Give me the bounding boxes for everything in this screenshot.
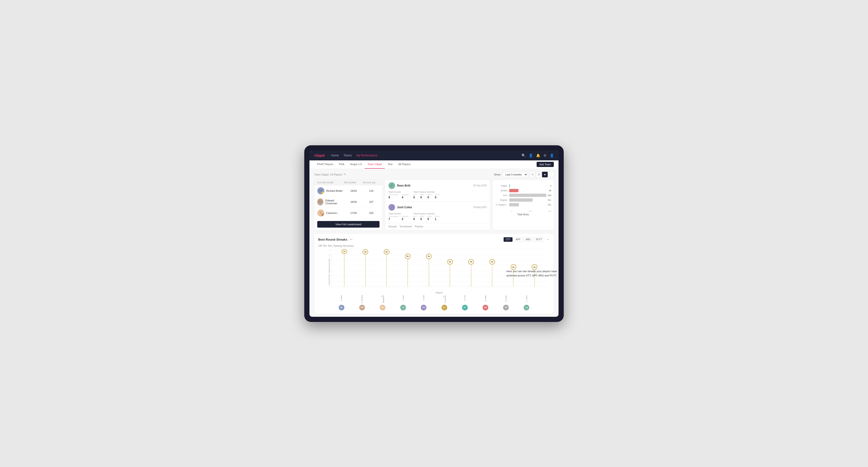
streak-bubble-9: 3x bbox=[532, 264, 537, 270]
add-team-button[interactable]: Add Team bbox=[536, 162, 554, 167]
player-col-3: 5x bbox=[397, 249, 418, 286]
col-pb-score: PB SCORE bbox=[344, 181, 363, 184]
avatar-col-0: E. EbertEE bbox=[331, 295, 352, 310]
avatar-col-5: E. CrossmanEC bbox=[434, 295, 455, 310]
app-logo: clippd bbox=[314, 153, 324, 157]
player-col-7: 4x bbox=[482, 249, 503, 286]
sub-nav-tour[interactable]: Tour bbox=[385, 160, 395, 168]
bar-fill-eagles bbox=[509, 184, 510, 187]
player-name-rotated-7: M. Miller bbox=[485, 295, 486, 304]
list-view-btn[interactable]: ☰ bbox=[536, 172, 541, 177]
rank-badge-3: 3 bbox=[321, 214, 324, 217]
player-avatar-small-2: DB bbox=[380, 305, 385, 310]
streak-bubble-8: 3x bbox=[511, 264, 516, 270]
nav-home[interactable]: Home bbox=[331, 153, 339, 158]
practice-label-josh: Practice bbox=[402, 215, 408, 217]
users-icon[interactable]: 👤 bbox=[529, 154, 533, 157]
nav-teams[interactable]: Teams bbox=[343, 153, 352, 158]
sub-nav-hcaps[interactable]: Hcaps 1-5 bbox=[347, 160, 365, 168]
sub-nav-pgat[interactable]: PGAT Players bbox=[314, 160, 336, 168]
streak-filter-btns: OTT APP ARG PUTT bbox=[503, 237, 544, 242]
arg-val-rees: 0 bbox=[427, 196, 431, 199]
y-1: 1 bbox=[329, 280, 330, 282]
chart-view-btn[interactable]: ⋮ bbox=[548, 172, 554, 177]
filter-arg[interactable]: ARG bbox=[523, 237, 533, 242]
player-col-9: 3x bbox=[524, 249, 545, 286]
app-val-josh: 0 bbox=[420, 217, 424, 221]
practice-legend: Practice bbox=[415, 225, 423, 228]
bar-label-dbogeys: D. Bogeys + bbox=[495, 204, 509, 206]
practice-activities-group: Total Practice Activities OTT 0 APP 0 bbox=[413, 191, 440, 199]
tournament-label-josh: Tournament bbox=[389, 215, 398, 217]
tablet-device: clippd Home Teams My Performance 🔍 👤 🔔 ⚙… bbox=[304, 145, 564, 322]
dot-plot-players: 7x6x6x5x5x4x4x4x3x3x bbox=[331, 249, 548, 286]
bell-icon[interactable]: 🔔 bbox=[536, 154, 540, 157]
app-val-rees: 0 bbox=[420, 196, 424, 199]
pb-avg-richard: 110 bbox=[363, 189, 379, 192]
filter-app[interactable]: APP bbox=[514, 237, 522, 242]
pc-name-josh: Josh Coles bbox=[397, 206, 412, 209]
y-4: 4 bbox=[329, 264, 330, 266]
sub-nav-team-clippd[interactable]: Team Clippd bbox=[365, 160, 385, 168]
putt-val-rees: 0 bbox=[435, 196, 440, 199]
player-name-richard: Richard Butler bbox=[326, 189, 343, 192]
avatar-rees: R bbox=[389, 182, 395, 189]
edit-icon[interactable]: ✎ bbox=[344, 173, 346, 176]
nav-my-performance[interactable]: My Performance bbox=[356, 153, 377, 158]
streak-bubble-5: 4x bbox=[447, 259, 453, 264]
bar-container-pars bbox=[509, 194, 547, 197]
avatar-col-7: M. MillerMM bbox=[475, 295, 496, 310]
player-avatar-small-8: RB bbox=[503, 305, 509, 310]
grid-view-btn[interactable]: ☷ bbox=[530, 172, 535, 177]
streak-bubble-3: 5x bbox=[405, 253, 411, 259]
search-icon[interactable]: 🔍 bbox=[522, 154, 526, 157]
player-info-edward: EC 2 Edward Crossman bbox=[317, 198, 344, 206]
team-name: Team Clippd bbox=[314, 173, 329, 176]
sub-nav-pga[interactable]: PGA bbox=[336, 160, 347, 168]
total-rounds-group-josh: Total Rounds Tournament 7 Practice 2 bbox=[389, 213, 408, 221]
arg-label-josh: ARG bbox=[427, 215, 431, 217]
col-pb-avg: PB AVG SQ bbox=[363, 181, 379, 184]
y-7: 7 bbox=[329, 249, 330, 251]
player-name-rotated-8: R. Butler bbox=[505, 295, 507, 304]
streak-bubble-4: 5x bbox=[426, 253, 432, 259]
view-leaderboard-button[interactable]: View Full Leaderboard bbox=[317, 221, 379, 228]
table-row[interactable]: RB 1 Richard Butler 19/20 110 bbox=[314, 185, 382, 196]
avatar-col-4: R. BrittRB bbox=[413, 295, 434, 310]
settings-icon[interactable]: ⚙ bbox=[544, 154, 547, 157]
player-stem-5 bbox=[450, 265, 450, 286]
filter-ott[interactable]: OTT bbox=[503, 237, 513, 242]
avatar-richard: RB 1 bbox=[317, 187, 324, 194]
pc-name-rees: Rees Britt bbox=[397, 184, 410, 187]
table-view-btn[interactable]: ■ bbox=[542, 172, 548, 177]
bar-container-eagles bbox=[509, 184, 549, 187]
avatar-icon[interactable]: 👤 bbox=[550, 154, 554, 157]
chart-panel: Eagles 3 Birdies bbox=[493, 180, 554, 230]
sub-nav-all-players[interactable]: All Players bbox=[396, 160, 413, 168]
subtitle-italic: Fairway Accuracy bbox=[333, 244, 353, 247]
player-col-5: 4x bbox=[439, 249, 461, 286]
leaderboard-panel: PLAYER NAME PB SCORE PB AVG SQ RB 1 Rich… bbox=[314, 180, 382, 230]
player-card-josh: J Josh Coles 26 Aug 2023 Total Rounds To… bbox=[385, 201, 490, 223]
tournament-val-josh: 7 bbox=[389, 217, 398, 221]
annotation-box: Here you can see streaks your players ha… bbox=[506, 269, 558, 278]
streaks-subtitle: Off The Tee, Fairway Accuracy bbox=[318, 244, 550, 247]
period-select[interactable]: Last 3 months bbox=[502, 172, 528, 177]
player-col-8: 3x bbox=[503, 249, 524, 286]
practice-activities-label: Total Practice Activities bbox=[413, 191, 440, 193]
filter-putt[interactable]: PUTT bbox=[534, 237, 544, 242]
streaks-title: Best Round Streaks ← bbox=[318, 237, 353, 242]
streaks-header: Best Round Streaks ← OTT APP ARG PUTT ← bbox=[318, 237, 550, 242]
arg-label-rees: ARG bbox=[427, 194, 431, 196]
lb-header: PLAYER NAME PB SCORE PB AVG SQ bbox=[314, 180, 382, 185]
putt-val-josh: 1 bbox=[435, 217, 440, 221]
y-5: 5 bbox=[329, 259, 330, 261]
rounds-label: Rounds bbox=[389, 225, 397, 228]
bar-val-birdies: 96 bbox=[549, 189, 551, 192]
player-name-edward: Edward Crossman bbox=[325, 199, 344, 205]
table-row[interactable]: EC 2 Edward Crossman 18/20 107 bbox=[314, 196, 382, 208]
bar-val-eagles: 3 bbox=[550, 185, 551, 187]
practice-val-rees: 4 bbox=[402, 196, 408, 199]
table-row[interactable]: C 3 Cameron... 17/20 103 bbox=[314, 208, 382, 219]
player-name-rotated-1: B. McHerg bbox=[361, 295, 363, 304]
